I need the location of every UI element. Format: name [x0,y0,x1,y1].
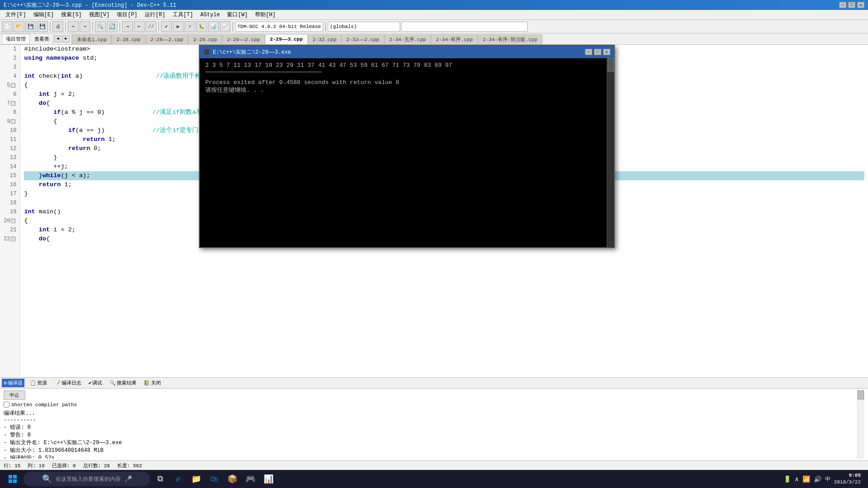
tab-229-2[interactable]: 2-29——2.cpp [222,34,265,44]
find-button[interactable]: 🔍 [95,21,106,32]
save-button[interactable]: 💾 [25,21,36,32]
redo-button[interactable]: ↪ [80,21,90,32]
print-button[interactable]: 🖨 [52,21,63,32]
tab-234-clean[interactable]: 2-34-有序-简洁版.cpp [478,34,542,44]
tab-229[interactable]: 2-29.cpp [188,34,222,44]
exec-minimize[interactable]: — [585,49,592,55]
clock-date: 2018/3/22 [834,479,861,486]
svg-rect-1 [13,475,17,479]
close-button[interactable]: ✕ [857,2,864,8]
unindent-button[interactable]: ⇤ [134,21,145,32]
compiler-icon: ⚙ [4,380,7,386]
continue-msg: 请按任意键继续. . . [205,86,601,94]
process-info: Process exited after 0.4588 seconds with… [205,79,601,86]
panel-tab-close[interactable]: 📗 关闭 [142,379,163,387]
exec-window-title: E:\c++\实验二\2-29——3.exe [213,48,291,56]
tab-class-view[interactable]: 查看类 [31,34,53,44]
menu-run[interactable]: 运行[R] [141,10,169,19]
run-button[interactable]: ▶ [173,21,184,32]
app7-icon[interactable]: 📊 [260,471,277,487]
sep7 [325,22,326,32]
replace-button[interactable]: 🔄 [107,21,118,32]
tab-228-2[interactable]: 2-28——2.cpp [146,34,189,44]
wifi-icon: 📶 [802,475,810,483]
nav-next[interactable]: ► [62,35,70,42]
app5-icon[interactable]: 📦 [224,471,241,487]
scope-dropdown[interactable]: (globals) [328,22,400,32]
profile-button[interactable]: 📈 [220,21,231,32]
taskbar: 🔍 在这里输入你要搜索的内容 🎤 ⧉ ℯ 📁 🛍 📦 🎮 📊 🔋 ∧ 📶 🔊 中… [0,470,868,488]
status-selected: 已选择: 0 [52,462,76,469]
tab-229-3[interactable]: 2-29——3.cpp [265,34,308,44]
panel-tab-compiler[interactable]: ⚙ 编译器 [2,379,24,387]
panel-tab-debug[interactable]: ✔ 调试 [87,379,104,387]
windows-icon [8,474,17,483]
nav-prev[interactable]: ◄ [54,35,61,42]
menu-view[interactable]: 视图[V] [85,10,113,19]
undo-button[interactable]: ↩ [68,21,79,32]
open-file-button[interactable]: 📂 [14,21,24,32]
panel-tab-compile-log[interactable]: 📝 编译日志 [52,379,83,387]
menu-help[interactable]: 帮助[H] [251,10,279,19]
menu-search[interactable]: 搜索[S] [57,10,85,19]
new-file-button[interactable]: 📄 [2,21,13,32]
task-view-button[interactable]: ⧉ [152,471,168,487]
maximize-button[interactable]: □ [848,2,855,8]
save-all-button[interactable]: 💾 [37,21,48,32]
debug-icon: ✔ [89,380,92,386]
shorten-paths-label: Shorten compiler paths [4,402,857,408]
status-total: 总行数: 28 [83,462,110,469]
tab-234-ordered[interactable]: 2-34-有序.cpp [431,34,477,44]
menu-tools[interactable]: 工具[T] [169,10,197,19]
menu-astyle[interactable]: AStyle [197,11,223,19]
exec-body: 2 3 5 7 11 13 17 19 23 29 31 37 41 43 47… [200,58,614,247]
line-numbers: 1 2 3 4 5□ 6 7□ 8 9□ 10 11 12 13 14 15 1… [0,45,20,377]
panel-tabs: ⚙ 编译器 📋 资源 📝 编译日志 ✔ 调试 🔍 搜索结果 📗 关闭 [0,377,868,388]
app6-icon[interactable]: 🎮 [242,471,259,487]
file-tabs: 未命名1.cpp 2-28.cpp 2-28——2.cpp 2-29.cpp 2… [72,33,868,44]
compiler-dropdown[interactable]: TDM-GCC 4.9.2 64-bit Release [235,22,323,32]
menu-edit[interactable]: 编辑[E] [30,10,58,19]
menu-file[interactable]: 文件[F] [2,10,30,19]
output-panel: 中止 Shorten compiler paths 编译结果... ------… [0,388,868,460]
sep4 [119,22,120,32]
minimize-button[interactable]: — [839,2,846,8]
search-bar[interactable]: 🔍 在这里输入你要搜索的内容 🎤 [24,472,150,486]
output-errors: - 错误: 0 [4,423,857,431]
tab-232[interactable]: 2-32.cpp [308,34,342,44]
compile-run-button[interactable]: ⚡ [184,21,195,32]
battery-icon: 🔋 [783,475,791,483]
tab-232-2[interactable]: 2-32——2.cpp [341,34,384,44]
menu-project[interactable]: 项目[P] [113,10,141,19]
indent-button[interactable]: ⇥ [122,21,133,32]
store-icon[interactable]: 🛍 [206,471,222,487]
output-warnings: - 警告: 0 [4,431,857,439]
shorten-paths-checkbox[interactable] [4,402,9,408]
files-icon[interactable]: 📁 [188,471,204,487]
clock-time: 9:05 [834,472,861,479]
svg-rect-2 [9,479,12,483]
exec-maximize[interactable]: □ [594,49,601,55]
menu-window[interactable]: 窗口[W] [223,10,251,19]
toggle-comment-button[interactable]: // [146,21,156,32]
tab-234-unordered[interactable]: 2-34-无序.cpp [384,34,431,44]
exec-close[interactable]: ✕ [603,49,610,55]
exec-scrollbar[interactable] [607,58,614,247]
edge-icon[interactable]: ℯ [170,471,186,487]
clock: 9:05 2018/3/22 [834,472,861,486]
output-filename: - 输出文件名: E:\c++\实验二\2-29——3.exe [4,439,857,446]
mic-icon: 🎤 [124,475,132,483]
panel-tab-resources[interactable]: 📋 资源 [28,379,49,387]
tab-unnamed1[interactable]: 未命名1.cpp [72,34,112,44]
chart-button[interactable]: 📊 [208,21,219,32]
compile-button[interactable]: ✔ [161,21,172,32]
start-button[interactable] [4,470,22,488]
debug-button[interactable]: 🐛 [196,21,207,32]
panel-tab-search[interactable]: 🔍 搜索结果 [108,379,138,387]
status-col: 列: 19 [28,462,44,469]
search-mic-icon: 🔍 [42,474,52,484]
symbol-dropdown[interactable] [401,22,528,32]
tab-228[interactable]: 2-28.cpp [112,34,146,44]
stop-button[interactable]: 中止 [4,390,25,400]
tab-project-manager[interactable]: 项目管理 [2,34,30,44]
